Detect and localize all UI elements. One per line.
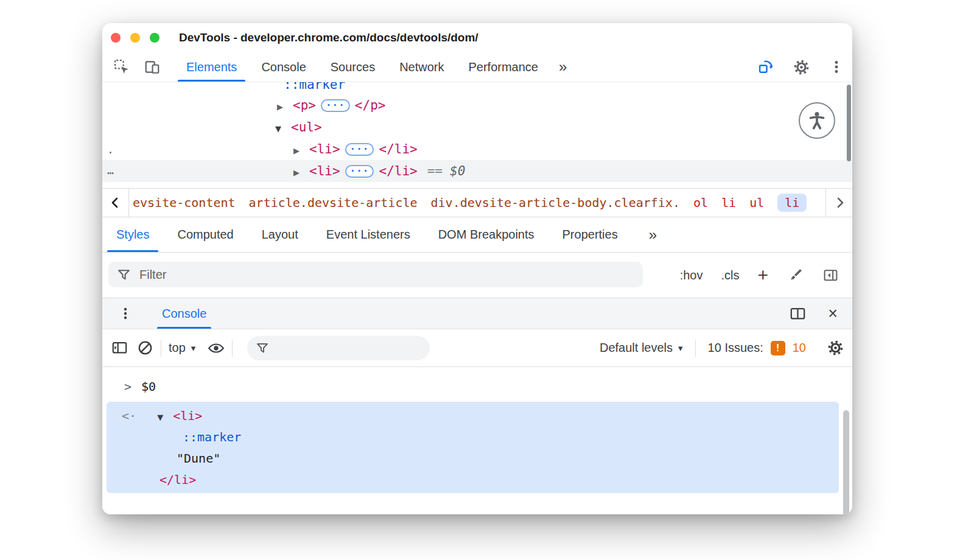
expander-open-icon[interactable]: ▼ <box>275 118 291 140</box>
console-prompt-icon: > <box>124 379 131 394</box>
close-window-button[interactable] <box>111 33 121 43</box>
console-filter-field[interactable] <box>247 336 430 360</box>
breadcrumb-item-selected[interactable]: li <box>777 194 807 212</box>
stray-text-dot: . <box>107 143 114 156</box>
stray-text-ellipsis: … <box>107 164 114 177</box>
breadcrumb: evsite-content article.devsite-article d… <box>129 194 852 212</box>
chevron-down-icon: ▾ <box>678 343 683 354</box>
title-bar: DevTools - developer.chrome.com/docs/dev… <box>102 23 852 52</box>
split-panel-icon[interactable] <box>789 305 806 322</box>
console-settings-gear-icon[interactable] <box>827 340 844 357</box>
expander-open-icon[interactable]: ▼ <box>157 407 173 428</box>
console-result-highlighted[interactable]: <· ▼<li> ::marker "Dune" </li> <box>107 402 839 493</box>
tab-console[interactable]: Console <box>249 52 318 82</box>
tab-layout[interactable]: Layout <box>248 217 312 252</box>
ellipsis-pill-icon[interactable]: ··· <box>321 99 350 112</box>
minimize-window-button[interactable] <box>130 33 140 43</box>
styles-filter-bar: :hov .cls + <box>102 253 852 298</box>
breadcrumb-item[interactable]: ol <box>693 195 708 210</box>
dom-node-p[interactable]: ▶<p>···</p> <box>277 94 385 116</box>
breadcrumb-item[interactable]: ul <box>749 195 764 210</box>
tab-computed[interactable]: Computed <box>163 217 247 252</box>
log-levels-selector[interactable]: Default levels ▾ <box>600 341 683 355</box>
filter-funnel-icon <box>256 341 269 355</box>
paintbrush-icon[interactable] <box>787 267 804 284</box>
output-marker-icon: <· <box>122 408 136 423</box>
close-drawer-icon[interactable]: × <box>828 306 838 322</box>
breadcrumb-scroll-left-icon[interactable] <box>102 189 129 217</box>
expander-closed-icon[interactable]: ▶ <box>277 96 293 118</box>
console-drawer-header: Console × <box>102 298 852 329</box>
tab-performance[interactable]: Performance <box>457 52 551 82</box>
console-sidebar-icon[interactable] <box>111 340 128 357</box>
dom-node-ul[interactable]: ▼<ul> <box>275 116 322 138</box>
breadcrumb-item[interactable]: article.devsite-article <box>249 195 418 210</box>
desktop-background: DevTools - developer.chrome.com/docs/dev… <box>0 0 974 560</box>
dom-node-li[interactable]: ▶<li>···</li> <box>293 138 418 160</box>
ellipsis-pill-icon[interactable]: ··· <box>345 165 374 178</box>
console-context-selector[interactable]: top ▾ <box>169 341 195 355</box>
issues-count: 10 <box>793 341 806 355</box>
drawer-kebab-menu-icon[interactable] <box>117 305 134 322</box>
console-command-text: $0 <box>141 379 156 394</box>
breadcrumb-item[interactable]: li <box>721 195 736 210</box>
traffic-lights <box>111 33 159 43</box>
tab-properties[interactable]: Properties <box>548 217 632 252</box>
tag-close: </p> <box>355 98 386 113</box>
accessibility-person-icon[interactable] <box>799 102 835 139</box>
levels-label: Default levels <box>600 341 673 355</box>
tag-open: <ul> <box>291 120 322 135</box>
styles-tab-bar: Styles Computed Layout Event Listeners D… <box>102 217 852 253</box>
console-messages: >$0 <· ▼<li> ::marker "Dune" </li> <box>102 367 852 514</box>
ellipsis-pill-icon[interactable]: ··· <box>345 143 374 156</box>
toggle-element-state-button[interactable]: :hov <box>680 268 703 282</box>
main-toolbar: Elements Console Sources Network Perform… <box>102 52 852 82</box>
expander-closed-icon[interactable]: ▶ <box>293 140 309 162</box>
issues-counter[interactable]: 10 Issues: ! 10 <box>708 341 806 355</box>
tab-network[interactable]: Network <box>387 52 456 82</box>
live-expression-eye-icon[interactable] <box>208 340 225 357</box>
more-tabs-icon[interactable]: » <box>550 52 575 82</box>
tag-open: <li> <box>173 408 202 423</box>
device-toolbar-icon[interactable] <box>144 58 161 75</box>
tag-close: </li> <box>379 142 417 156</box>
console-scrollbar[interactable] <box>843 410 849 514</box>
equals-sign: == <box>427 164 443 178</box>
tag-close: </li> <box>159 469 196 490</box>
elements-scrollbar[interactable] <box>847 85 851 161</box>
zoom-window-button[interactable] <box>150 33 159 43</box>
issues-label: 10 Issues: <box>708 341 763 355</box>
kebab-menu-icon[interactable] <box>828 58 845 75</box>
tab-elements[interactable]: Elements <box>174 52 249 82</box>
new-style-rule-button[interactable]: + <box>757 266 768 284</box>
drawer-tab-console[interactable]: Console <box>156 298 212 329</box>
devtools-window: DevTools - developer.chrome.com/docs/dev… <box>102 23 852 514</box>
dock-sidebar-icon[interactable] <box>822 267 839 284</box>
styles-filter-input[interactable] <box>139 268 634 282</box>
expander-closed-icon[interactable]: ▶ <box>293 162 309 184</box>
console-command-line: >$0 <box>124 377 156 396</box>
dom-node-li-selected[interactable]: ▶<li>···</li>==$0 <box>102 160 852 182</box>
styles-filter-field[interactable] <box>108 262 643 287</box>
more-tabs-icon[interactable]: » <box>639 217 667 252</box>
dom-node-marker-clipped[interactable]: ::marker <box>284 82 345 96</box>
breadcrumb-item[interactable]: evsite-content <box>133 195 236 210</box>
breadcrumb-scroll-right-icon[interactable] <box>825 189 852 217</box>
inspect-element-icon[interactable] <box>113 58 130 75</box>
tab-sources[interactable]: Sources <box>318 52 387 82</box>
settings-gear-icon[interactable] <box>793 58 810 75</box>
breadcrumb-item[interactable]: div.devsite-article-body.clearfix. <box>431 195 680 210</box>
element-classes-button[interactable]: .cls <box>721 268 739 282</box>
rotate-device-icon[interactable] <box>757 58 774 75</box>
console-toolbar: top ▾ Default levels ▾ 10 Issues: ! <box>102 329 852 367</box>
context-label: top <box>169 341 186 355</box>
dollar-zero-ref: $0 <box>450 164 465 178</box>
tab-event-listeners[interactable]: Event Listeners <box>312 217 424 252</box>
result-pseudo-marker: ::marker <box>183 427 241 447</box>
clear-console-icon[interactable] <box>136 340 153 357</box>
tab-styles[interactable]: Styles <box>102 217 163 252</box>
console-filter-input[interactable] <box>275 341 424 355</box>
breadcrumb-bar: evsite-content article.devsite-article d… <box>102 188 852 217</box>
tag-open: <li> <box>309 164 340 178</box>
tab-dom-breakpoints[interactable]: DOM Breakpoints <box>424 217 548 252</box>
